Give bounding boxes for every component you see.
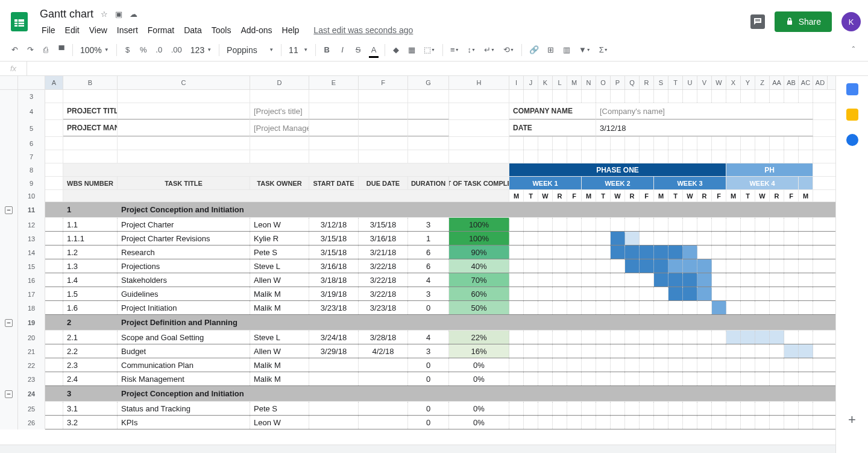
wbs-cell[interactable]: 2.3 [63,358,118,372]
borders-icon[interactable]: ▦ [404,42,419,58]
gantt-cell[interactable] [538,287,553,300]
gantt-cell[interactable] [741,372,755,385]
gantt-cell[interactable] [553,218,567,231]
gantt-cell[interactable] [567,358,582,372]
gantt-cell[interactable] [567,287,582,300]
day-header[interactable]: F [567,190,582,201]
gantt-cell[interactable] [683,232,697,245]
gantt-cell[interactable] [668,402,683,415]
day-header[interactable]: F [712,190,726,201]
gantt-cell[interactable] [611,372,625,385]
column-header-AC[interactable]: AC [799,76,813,89]
gantt-cell[interactable] [553,331,567,344]
owner-cell[interactable]: Leon W [250,416,309,429]
sheets-logo[interactable] [7,10,31,34]
gantt-cell[interactable] [755,416,770,429]
pct-cell[interactable]: 16% [449,344,509,358]
column-header-AA[interactable]: AA [770,76,784,89]
owner-cell[interactable]: Malik M [250,358,309,372]
col-task-title[interactable]: TASK TITLE [118,177,250,189]
gantt-cell[interactable] [582,287,596,300]
wbs-cell[interactable]: 1.3 [63,259,118,273]
gantt-cell[interactable] [712,273,726,287]
gantt-cell[interactable] [640,372,654,385]
owner-cell[interactable]: Steve L [250,259,309,273]
gantt-cell[interactable] [770,301,784,314]
owner-cell[interactable]: Allen W [250,344,309,358]
gantt-cell[interactable] [668,287,683,300]
owner-cell[interactable]: Malik M [250,301,309,314]
column-header-X[interactable]: X [726,76,741,89]
column-header-M[interactable]: M [567,76,582,89]
task-title-cell[interactable]: Communication Plan [118,358,250,372]
gantt-cell[interactable] [596,218,611,231]
pct-cell[interactable]: 70% [449,273,509,287]
column-header-P[interactable]: P [611,76,625,89]
duration-cell[interactable]: 1 [408,232,449,245]
gantt-cell[interactable] [625,273,640,287]
percent-icon[interactable]: % [136,42,151,58]
row-header-3[interactable]: 3 [18,90,45,103]
duration-cell[interactable]: 6 [408,246,449,259]
gantt-cell[interactable] [784,246,799,259]
halign-icon[interactable]: ≡▼ [447,42,463,58]
gantt-cell[interactable] [726,416,741,429]
gantt-cell[interactable] [712,246,726,259]
row-header-19[interactable]: 19 [18,315,45,331]
gantt-cell[interactable] [596,402,611,415]
wbs-cell[interactable]: 2.2 [63,344,118,358]
gantt-cell[interactable] [799,372,813,385]
section-num[interactable]: 1 [63,202,118,217]
menu-file[interactable]: File [37,23,60,37]
week-header[interactable]: WEEK 1 [509,177,582,189]
row-header-22[interactable]: 22 [18,358,45,372]
gantt-cell[interactable] [654,402,668,415]
gantt-cell[interactable] [509,259,524,273]
outline-toggle[interactable]: − [5,390,13,398]
gantt-cell[interactable] [567,218,582,231]
gantt-cell[interactable] [741,331,755,344]
gantt-cell[interactable] [683,246,697,259]
section-num[interactable]: 3 [63,386,118,401]
gantt-cell[interactable] [755,246,770,259]
due-cell[interactable]: 3/22/18 [359,287,408,300]
gantt-cell[interactable] [784,402,799,415]
duration-cell[interactable]: 3 [408,344,449,358]
due-cell[interactable]: 3/16/18 [359,232,408,245]
day-header[interactable]: W [611,190,625,201]
gantt-cell[interactable] [524,331,538,344]
gantt-cell[interactable] [712,259,726,273]
section-title[interactable]: Project Conception and Initiation [118,202,250,217]
gantt-cell[interactable] [625,287,640,300]
currency-icon[interactable]: $ [121,42,135,58]
gantt-cell[interactable] [553,232,567,245]
column-header-E[interactable]: E [309,76,359,89]
row-header-6[interactable]: 6 [18,137,45,150]
row-header-23[interactable]: 23 [18,372,45,386]
gantt-cell[interactable] [538,232,553,245]
task-title-cell[interactable]: Project Charter Revisions [118,232,250,245]
gantt-cell[interactable] [640,301,654,314]
section-title[interactable]: Project Definition and Planning [118,315,250,330]
gantt-cell[interactable] [524,301,538,314]
gantt-cell[interactable] [799,402,813,415]
gantt-cell[interactable] [697,232,712,245]
start-cell[interactable] [309,416,359,429]
row-header-24[interactable]: 24 [18,386,45,402]
gantt-cell[interactable] [567,259,582,273]
gantt-cell[interactable] [741,287,755,300]
gantt-cell[interactable] [799,358,813,372]
due-cell[interactable] [359,416,408,429]
gantt-cell[interactable] [611,331,625,344]
comment-insert-icon[interactable]: ⊞ [544,42,558,58]
row-header-16[interactable]: 16 [18,273,45,287]
gantt-cell[interactable] [668,246,683,259]
pct-cell[interactable]: 0% [449,416,509,429]
gantt-cell[interactable] [538,372,553,385]
gantt-cell[interactable] [697,273,712,287]
gantt-cell[interactable] [640,232,654,245]
day-header[interactable]: W [683,190,697,201]
week-header[interactable]: WEEK 2 [582,177,654,189]
gantt-cell[interactable] [567,232,582,245]
gantt-cell[interactable] [654,372,668,385]
